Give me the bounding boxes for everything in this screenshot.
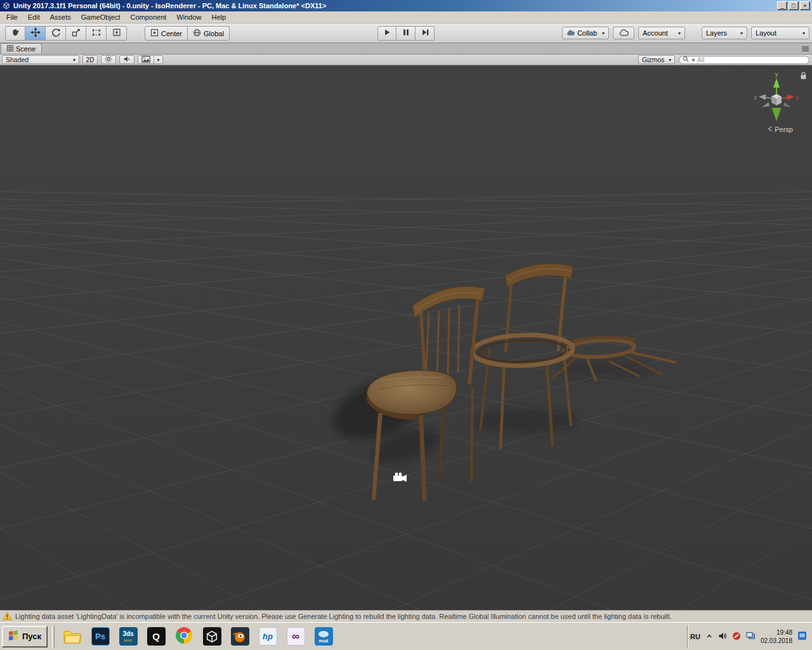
tab-scene[interactable]: Scene xyxy=(1,43,42,54)
quicklaunch-chrome[interactable] xyxy=(173,625,195,649)
quicklaunch-handle[interactable] xyxy=(52,626,55,647)
layers-dropdown[interactable]: Layers ▾ xyxy=(702,27,747,39)
menu-component[interactable]: Component xyxy=(125,11,171,23)
scale-icon xyxy=(71,27,81,39)
quicklaunch-unity[interactable] xyxy=(200,625,223,649)
axis-z-label[interactable]: z xyxy=(754,95,757,101)
rotate-tool-button[interactable] xyxy=(46,26,66,41)
blender-icon xyxy=(231,627,249,646)
rect-tool-button[interactable] xyxy=(86,26,107,41)
quicklaunch-3dsmax[interactable]: 3ds MAX xyxy=(117,625,140,649)
axis-x-cone[interactable] xyxy=(787,95,794,100)
shading-mode-dropdown[interactable]: Shaded ▾ xyxy=(2,55,79,64)
axis-x-label[interactable]: x xyxy=(796,95,799,101)
menu-help[interactable]: Help xyxy=(206,11,231,23)
scene-grid-icon xyxy=(7,45,13,53)
scene-tab-label: Scene xyxy=(16,45,36,53)
move-tool-button[interactable] xyxy=(25,26,46,41)
collab-label: Collab xyxy=(577,29,597,37)
quick-launch-bar: Ps 3ds MAX Q hp xyxy=(61,625,335,649)
quicklaunch-explorer[interactable] xyxy=(61,625,84,649)
menu-file[interactable]: File xyxy=(1,11,23,23)
cloud-services-button[interactable] xyxy=(613,27,634,39)
hidden-icons-chevron[interactable] xyxy=(705,632,713,641)
projection-toggle[interactable]: Persp xyxy=(768,126,793,133)
mudbox-icon: mud xyxy=(315,627,333,646)
transform-tool-icon xyxy=(112,27,122,39)
display-icon[interactable] xyxy=(746,632,756,641)
start-label: Пуск xyxy=(22,632,41,641)
center-pivot-icon xyxy=(150,29,159,38)
restore-button[interactable]: □ xyxy=(789,1,799,10)
quicklaunch-visual-studio[interactable]: ∞ xyxy=(284,625,307,649)
language-indicator[interactable]: RU xyxy=(690,633,700,640)
axis-z-cone[interactable] xyxy=(759,95,766,100)
projection-label: Persp xyxy=(775,126,793,133)
transform-tool-button[interactable] xyxy=(107,26,127,41)
account-dropdown[interactable]: Account ▾ xyxy=(638,27,685,39)
play-button[interactable] xyxy=(377,26,396,41)
search-filter-caret-icon[interactable] xyxy=(691,56,695,63)
pivot-mode-button[interactable]: Center xyxy=(145,26,188,41)
quicklaunch-hp[interactable]: hp xyxy=(256,625,279,649)
clock-date: 02.03.2018 xyxy=(761,637,792,645)
hand-icon xyxy=(10,27,20,39)
pause-icon xyxy=(401,27,411,39)
move-icon xyxy=(30,27,41,39)
quicklaunch-quixel[interactable]: Q xyxy=(145,625,167,649)
audio-toggle[interactable] xyxy=(119,55,134,64)
system-tray: RU 19:48 02.03.2018 xyxy=(687,625,810,648)
lock-icon[interactable] xyxy=(800,72,807,81)
tray-monitor-icon[interactable] xyxy=(797,631,807,642)
layout-dropdown[interactable]: Layout ▾ xyxy=(751,27,809,39)
axis-y-cone[interactable] xyxy=(773,78,780,88)
space-mode-button[interactable]: Global xyxy=(188,26,230,41)
gizmos-dropdown[interactable]: Gizmos ▾ xyxy=(638,55,675,64)
hand-tool-button[interactable] xyxy=(5,26,25,41)
taskbar-clock[interactable]: 19:48 02.03.2018 xyxy=(761,628,792,645)
globe-icon xyxy=(193,29,201,38)
gizmos-label: Gizmos xyxy=(642,56,665,63)
hp-icon: hp xyxy=(259,627,277,646)
lighting-toggle[interactable] xyxy=(101,55,116,64)
start-button[interactable]: Пуск xyxy=(2,626,48,647)
close-button[interactable]: × xyxy=(800,1,810,10)
quixel-icon: Q xyxy=(147,627,166,646)
scale-tool-button[interactable] xyxy=(66,26,86,41)
pause-button[interactable] xyxy=(396,26,416,41)
axis-y-negative-cone[interactable] xyxy=(772,108,782,121)
antivirus-icon[interactable] xyxy=(732,632,741,642)
menu-window[interactable]: Window xyxy=(171,11,206,23)
quicklaunch-mudbox[interactable]: mud xyxy=(312,625,335,649)
pivot-mode-label: Center xyxy=(161,30,182,37)
quicklaunch-photoshop[interactable]: Ps xyxy=(89,625,112,649)
search-placeholder: All xyxy=(697,56,704,63)
2d-toggle[interactable]: 2D xyxy=(82,55,98,64)
taskbar: Пуск Ps 3ds MAX Q xyxy=(0,622,812,650)
menu-assets[interactable]: Assets xyxy=(45,11,76,23)
panel-tabstrip: Scene xyxy=(0,43,812,55)
status-bar[interactable]: Lighting data asset 'LightingData' is in… xyxy=(0,610,812,622)
window-titlebar[interactable]: Unity 2017.3.1f1 Personal (64bit) - 0.un… xyxy=(0,0,812,11)
step-icon xyxy=(420,27,430,39)
desktop-screen: Unity 2017.3.1f1 Personal (64bit) - 0.un… xyxy=(0,0,812,650)
status-warning-text: Lighting data asset 'LightingData' is in… xyxy=(15,613,672,620)
effects-toggle[interactable] xyxy=(138,55,154,64)
window-title: Unity 2017.3.1f1 Personal (64bit) - 0.un… xyxy=(13,2,776,10)
quicklaunch-blender[interactable] xyxy=(228,625,251,649)
menu-edit[interactable]: Edit xyxy=(23,11,45,23)
minimize-button[interactable]: _ xyxy=(777,1,787,10)
scene-viewport[interactable]: y x z Persp xyxy=(0,65,812,610)
scene-search-input[interactable]: All xyxy=(679,56,809,64)
step-button[interactable] xyxy=(416,26,435,41)
effects-dropdown[interactable]: ▾ xyxy=(154,55,163,64)
folder-icon xyxy=(63,627,82,646)
tab-options-icon[interactable] xyxy=(801,46,809,53)
visual-studio-icon: ∞ xyxy=(287,627,305,646)
collab-cloud-icon xyxy=(566,29,575,37)
collab-dropdown[interactable]: Collab ▾ xyxy=(562,27,609,39)
orientation-gizmo[interactable]: y x z xyxy=(752,70,801,126)
axis-y-label[interactable]: y xyxy=(775,71,778,77)
volume-icon[interactable] xyxy=(718,632,727,642)
menu-gameobject[interactable]: GameObject xyxy=(76,11,126,23)
